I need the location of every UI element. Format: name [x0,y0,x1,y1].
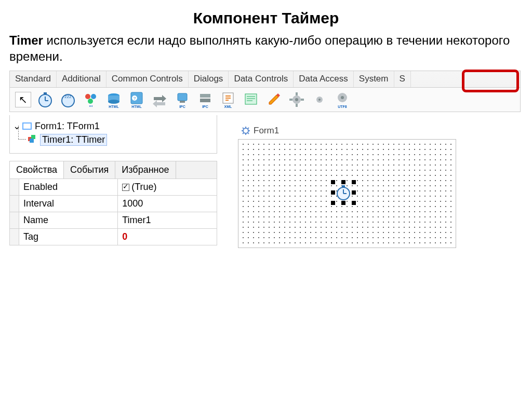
selection-handle[interactable] [331,180,335,184]
svg-line-52 [243,133,244,134]
palette-icon-row: ↖ zzz ‹‹‹ HTML ?HTML IPC IPC XML [10,88,520,112]
gear-icon [241,126,250,135]
selection-handle[interactable] [331,190,335,195]
props-tab-favorites[interactable]: Избранное [115,161,176,179]
svg-rect-42 [31,135,35,139]
prop-name: Tag [19,229,118,245]
component-palette: Standard Additional Common Controls Dial… [9,71,521,112]
timer-component-on-form[interactable] [335,184,352,201]
xml-config-icon[interactable]: XML [219,91,237,108]
svg-text:?: ? [134,96,136,101]
prop-value[interactable]: Timer1 [118,212,217,229]
gear-small-icon[interactable] [311,91,328,108]
prop-name: Enabled [19,179,118,196]
props-tab-events[interactable]: События [64,161,115,179]
html-list-icon[interactable]: HTML [105,91,123,108]
svg-point-39 [341,96,344,99]
html-page-icon[interactable]: ?HTML [128,91,145,108]
prop-name: Interval [19,196,118,212]
component-cubes-icon [28,134,37,146]
tree-row-child[interactable]: Timer1: TTimer [28,133,214,147]
tree-root-label: Form1: TForm1 [35,121,100,132]
object-inspector-tree: ⌄ Form1: TForm1 Timer1: TTimer [9,115,217,154]
props-tab-properties[interactable]: Свойства [10,161,64,179]
property-grid: Enabled (True) Interval 1000 Name Timer1… [9,179,217,245]
svg-line-51 [248,128,249,129]
svg-text:XML: XML [224,105,233,108]
palette-tab-data-access[interactable]: Data Access [294,71,354,87]
svg-rect-19 [180,101,185,103]
gear-icon[interactable] [288,91,305,108]
timer-component-icon[interactable] [36,91,54,108]
svg-rect-3 [44,92,47,94]
palette-tab-more[interactable]: S [394,71,411,87]
utf8-icon[interactable]: UTF8 [334,91,351,108]
ipc-client-icon[interactable]: IPC [174,91,191,108]
svg-line-49 [243,128,244,129]
selection-handle[interactable] [341,201,345,205]
slide-body-bold: Timer [9,33,43,47]
designer-form-caption: Form1 [241,126,456,136]
svg-point-31 [295,98,298,101]
selection-handle[interactable] [352,201,356,205]
svg-point-12 [108,100,119,104]
svg-point-7 [91,94,96,99]
prop-row-enabled[interactable]: Enabled (True) [10,179,217,196]
prop-name: Name [19,212,118,229]
pencil-edit-icon[interactable] [265,91,283,108]
prop-value[interactable]: 1000 [118,196,217,212]
svg-point-6 [85,94,90,99]
svg-text:IPC: IPC [202,105,208,108]
svg-text:zzz: zzz [64,94,72,99]
checkbox-icon[interactable] [122,184,129,191]
prop-row-tag[interactable]: Tag 0 [10,229,217,245]
slide-title: Компонент Таймер [9,9,523,27]
html-chunk-icon[interactable]: ‹‹‹ [82,91,100,108]
svg-rect-18 [178,93,187,101]
svg-point-44 [243,128,248,133]
slide-body-rest: используется если надо выполнять какую-л… [9,33,510,63]
prop-value[interactable]: (True) [118,179,217,196]
palette-tab-data-controls[interactable]: Data Controls [229,71,294,87]
prop-row-interval[interactable]: Interval 1000 [10,196,217,212]
svg-text:UTF8: UTF8 [338,105,347,108]
svg-text:HTML: HTML [109,105,119,108]
selection-handle[interactable] [352,180,356,184]
designer-form-label: Form1 [254,126,279,136]
svg-rect-26 [245,94,257,104]
palette-tab-additional[interactable]: Additional [57,71,107,87]
svg-rect-21 [200,94,210,98]
tree-child-label: Timer1: TTimer [40,134,107,146]
prop-value[interactable]: 0 [118,229,217,245]
tree-row-root[interactable]: ⌄ Form1: TForm1 [13,119,214,133]
svg-line-50 [248,133,249,134]
palette-tab-standard[interactable]: Standard [10,71,57,87]
svg-text:HTML: HTML [131,105,142,108]
svg-rect-22 [200,99,210,102]
palette-tab-dialogs[interactable]: Dialogs [189,71,229,87]
svg-text:‹‹‹: ‹‹‹ [89,104,94,108]
selection-arrow-icon[interactable]: ↖ [15,92,31,107]
palette-tab-system[interactable]: System [354,71,394,87]
idle-timer-icon[interactable]: zzz [59,91,77,108]
selection-handle[interactable] [331,201,335,205]
palette-tab-common-controls[interactable]: Common Controls [107,71,189,87]
palette-tabs: Standard Additional Common Controls Dial… [10,71,520,88]
svg-text:IPC: IPC [179,105,185,108]
svg-rect-56 [342,185,345,187]
selection-handle[interactable] [341,180,345,184]
svg-point-8 [88,99,93,104]
slide-body: Timer используется если надо выполнять к… [9,32,523,64]
props-tabs: Свойства События Избранное [9,161,217,179]
svg-point-37 [318,99,321,101]
prop-row-name[interactable]: Name Timer1 [10,212,217,229]
selection-handle[interactable] [352,190,356,195]
svg-rect-43 [30,139,34,143]
ipc-server-icon[interactable]: IPC [196,91,214,108]
form-designer-surface[interactable] [238,139,456,248]
event-log-icon[interactable] [242,91,260,108]
async-icon[interactable] [151,91,168,108]
